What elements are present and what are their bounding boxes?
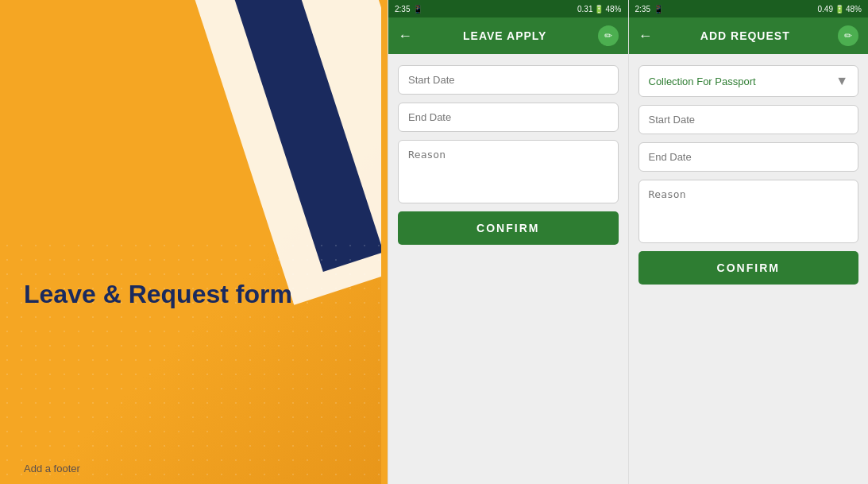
dropdown-value: Collection For Passport [649,76,756,87]
whatsapp-icon: 📱 [413,5,422,14]
battery-pct-2: 48% [846,5,862,14]
reason-textarea-1[interactable] [398,140,619,203]
status-right-2: 0.49 🔋 48% [818,5,862,14]
left-panel: Leave & Request form Add a footer [0,0,381,484]
page-title: Leave & Request form [24,279,292,309]
time-2: 2:35 [635,5,650,14]
status-bar-2: 2:35 📱 0.49 🔋 48% [629,0,869,17]
app-header-2: ← ADD REQUEST ✏ [629,17,869,54]
back-button-1[interactable]: ← [398,28,412,45]
start-date-input-2[interactable] [638,105,859,134]
phone-leave-apply: 2:35 📱 0.31 🔋 48% ← LEAVE APPLY ✏ CONFIR… [388,0,628,484]
form-leave-apply: CONFIRM [388,54,628,484]
confirm-button-1[interactable]: CONFIRM [398,211,619,245]
app-header-1: ← LEAVE APPLY ✏ [388,17,628,54]
footer-text: Add a footer [24,463,80,474]
chevron-down-icon: ▼ [835,74,848,88]
battery-icon-1: 🔋 [594,5,604,14]
edit-icon-2: ✏ [844,30,852,41]
confirm-button-2[interactable]: CONFIRM [638,251,859,285]
reason-textarea-2[interactable] [638,180,859,243]
status-right-1: 0.31 🔋 48% [577,5,621,14]
orange-divider [381,0,388,484]
form-add-request: Collection For Passport ▼ CONFIRM [629,54,869,484]
edit-button-1[interactable]: ✏ [598,25,619,46]
status-bar-1: 2:35 📱 0.31 🔋 48% [388,0,628,17]
edit-button-2[interactable]: ✏ [838,25,858,46]
header-title-2: ADD REQUEST [700,29,790,42]
status-left-1: 2:35 📱 [395,5,422,14]
header-title-1: LEAVE APPLY [463,29,546,42]
start-date-input-1[interactable] [398,65,619,95]
edit-icon-1: ✏ [604,30,612,41]
phones-container: 2:35 📱 0.31 🔋 48% ← LEAVE APPLY ✏ CONFIR… [388,0,868,484]
background-dots [0,238,381,484]
whatsapp-icon-2: 📱 [654,5,663,14]
status-left-2: 2:35 📱 [635,5,663,14]
phone-add-request: 2:35 📱 0.49 🔋 48% ← ADD REQUEST ✏ Collec… [628,0,869,484]
request-type-dropdown[interactable]: Collection For Passport ▼ [638,65,859,97]
end-date-input-2[interactable] [638,142,859,172]
time-1: 2:35 [395,5,410,14]
network-speed-2: 0.49 [818,5,833,14]
battery-icon-2: 🔋 [835,5,844,14]
battery-pct-1: 48% [605,5,621,14]
network-speed-1: 0.31 [577,5,592,14]
end-date-input-1[interactable] [398,103,619,132]
back-button-2[interactable]: ← [638,28,653,45]
